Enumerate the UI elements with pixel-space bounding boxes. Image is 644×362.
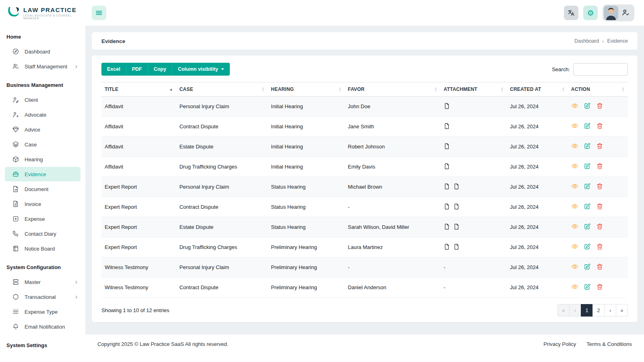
attachment-file-icon[interactable] xyxy=(444,163,450,170)
profile-menu[interactable] xyxy=(603,4,634,21)
edit-button[interactable] xyxy=(584,243,591,250)
toolbar-button-excel[interactable]: Excel xyxy=(101,63,126,76)
attachment-file-icon[interactable] xyxy=(444,183,450,190)
pagination-page-2[interactable]: 2 xyxy=(592,304,605,317)
view-button[interactable] xyxy=(571,102,578,109)
translate-button[interactable] xyxy=(564,6,578,20)
view-button[interactable] xyxy=(571,142,578,150)
sidebar-item-document[interactable]: Document xyxy=(5,182,80,196)
delete-button[interactable] xyxy=(596,162,603,170)
attachment-file-icon[interactable] xyxy=(444,103,450,109)
delete-button[interactable] xyxy=(596,223,603,230)
attachment-file-icon[interactable] xyxy=(444,243,450,250)
view-button[interactable] xyxy=(571,122,578,130)
cell-hearing: Initial Hearing xyxy=(268,117,345,137)
sidebar-item-staff-management[interactable]: Staff Management› xyxy=(5,59,80,74)
attachment-file-icon[interactable] xyxy=(444,203,450,210)
search-input[interactable] xyxy=(573,63,628,76)
view-button[interactable] xyxy=(571,283,578,290)
cell-attachment xyxy=(440,137,507,157)
sidebar-item-advocate[interactable]: Advocate xyxy=(5,107,80,122)
edit-button[interactable] xyxy=(584,122,591,130)
settings-gear-button[interactable]: ⚙ xyxy=(583,6,598,20)
edit-button[interactable] xyxy=(584,283,591,290)
toolbar-button-column-visibility[interactable]: Column visibility xyxy=(172,63,230,76)
view-button[interactable] xyxy=(571,263,578,270)
hamburger-menu-button[interactable] xyxy=(92,6,106,20)
email-notification-icon xyxy=(12,323,19,330)
sidebar-item-notice-board[interactable]: Notice Board xyxy=(5,241,80,256)
column-header-case[interactable]: CASE▲▼ xyxy=(176,82,268,97)
delete-button[interactable] xyxy=(596,122,603,130)
attachment-file-icon[interactable] xyxy=(453,223,460,230)
view-button[interactable] xyxy=(571,183,578,190)
cell-case: Drug Trafficking Charges xyxy=(176,237,268,257)
view-button[interactable] xyxy=(571,243,578,250)
toolbar-button-copy[interactable]: Copy xyxy=(148,63,172,76)
sidebar-item-dashboard[interactable]: Dashboard xyxy=(5,44,80,59)
sidebar-item-email-notification[interactable]: Email Notification xyxy=(5,319,80,334)
user-avatar[interactable] xyxy=(604,6,618,20)
column-header-attachment[interactable]: ATTACHMENT▲▼ xyxy=(440,82,507,97)
delete-button[interactable] xyxy=(596,102,603,109)
view-button[interactable] xyxy=(571,203,578,210)
cell-title: Expert Report xyxy=(101,217,176,237)
caret-down-icon xyxy=(221,68,224,70)
sidebar-item-case[interactable]: Case xyxy=(5,137,80,152)
delete-button[interactable] xyxy=(596,203,603,210)
cell-favor: Laura Martinez xyxy=(345,237,440,257)
toolbar-button-pdf[interactable]: PDF xyxy=(126,63,148,76)
terms-conditions-link[interactable]: Terms & Conditions xyxy=(586,341,632,347)
sidebar-item-client[interactable]: Client xyxy=(5,93,80,107)
delete-button[interactable] xyxy=(596,183,603,190)
edit-button[interactable] xyxy=(584,183,591,190)
privacy-policy-link[interactable]: Privacy Policy xyxy=(543,341,576,347)
breadcrumb-dashboard[interactable]: Dashboard xyxy=(574,38,599,44)
column-header-created-at[interactable]: CREATED AT▲▼ xyxy=(507,82,568,97)
edit-button[interactable] xyxy=(584,203,591,210)
brand-logo[interactable]: LAW PRACTICE LEGAL ADVOCATE & COUNSEL MA… xyxy=(0,0,85,26)
column-header-hearing[interactable]: HEARING▲▼ xyxy=(268,82,345,97)
sidebar-item-expense-type[interactable]: Expense Type xyxy=(5,304,80,319)
view-button[interactable] xyxy=(571,162,578,170)
attachment-file-icon[interactable] xyxy=(444,123,450,130)
column-header-favor[interactable]: FAVOR▲▼ xyxy=(345,82,440,97)
delete-button[interactable] xyxy=(596,283,603,290)
edit-button[interactable] xyxy=(584,263,591,270)
sidebar-item-evidence[interactable]: Evidence xyxy=(5,167,80,181)
attachment-file-icon[interactable] xyxy=(453,243,460,250)
edit-button[interactable] xyxy=(584,142,591,150)
topbar: ⚙ xyxy=(85,0,644,26)
sidebar-item-label: Email Notification xyxy=(25,324,65,330)
table-row: Expert ReportPersonal Injury ClaimStatus… xyxy=(101,177,628,197)
chevron-right-icon: › xyxy=(75,63,77,70)
pagination-last[interactable]: » xyxy=(616,304,628,317)
edit-button[interactable] xyxy=(584,223,591,230)
attachment-file-icon[interactable] xyxy=(453,203,460,210)
attachment-file-icon[interactable] xyxy=(453,183,460,190)
sidebar-item-hearing[interactable]: Hearing xyxy=(5,152,80,167)
sidebar-item-master[interactable]: Master› xyxy=(5,275,80,289)
delete-button[interactable] xyxy=(596,243,603,250)
brand-text: LAW PRACTICE LEGAL ADVOCATE & COUNSEL MA… xyxy=(23,6,80,20)
sidebar-item-expense[interactable]: Expense xyxy=(5,212,80,226)
copyright-text: Copyright 2025 © Law Practice SaaS All r… xyxy=(97,341,228,347)
edit-button[interactable] xyxy=(584,102,591,109)
view-button[interactable] xyxy=(571,223,578,230)
sidebar-item-advice[interactable]: Advice xyxy=(5,122,80,137)
column-header-action[interactable]: ACTION▲▼ xyxy=(568,82,628,97)
attachment-file-icon[interactable] xyxy=(444,143,450,150)
client-icon xyxy=(12,96,19,103)
edit-button[interactable] xyxy=(584,162,591,170)
pagination-page-1[interactable]: 1 xyxy=(581,304,593,317)
delete-button[interactable] xyxy=(596,142,603,150)
sidebar-item-transactional[interactable]: Transactional› xyxy=(5,290,80,304)
delete-button[interactable] xyxy=(596,263,603,270)
sidebar-item-contact-diary[interactable]: Contact Diary xyxy=(5,226,80,241)
attachment-file-icon[interactable] xyxy=(444,223,450,230)
table-row: Expert ReportDrug Trafficking ChargesPre… xyxy=(101,237,628,257)
pagination-next[interactable]: › xyxy=(604,304,616,317)
cell-created-at: Jul 26, 2024 xyxy=(507,278,568,298)
sidebar-item-invoice[interactable]: Invoice xyxy=(5,197,80,211)
column-header-title[interactable]: TITLE▲ xyxy=(101,82,176,97)
